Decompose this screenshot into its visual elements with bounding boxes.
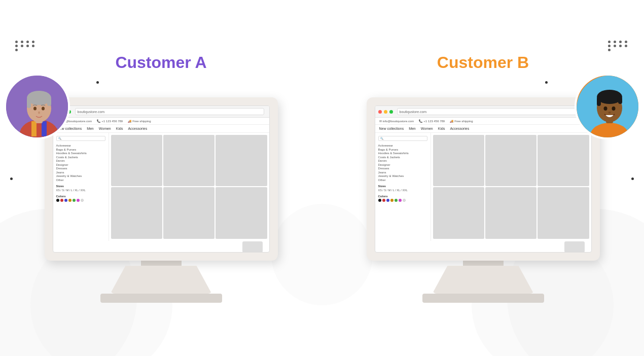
dot-scatter-3 [10, 177, 13, 180]
cat-activewear-a[interactable]: Activewear [56, 144, 105, 147]
monitor-a: boutiqustore.com ✉ info@boutiqustore.com… [45, 97, 278, 261]
svg-point-9 [33, 107, 37, 111]
svg-rect-17 [597, 97, 601, 106]
phone-icon-a: 📞 [97, 119, 100, 123]
customer-a-section: Customer A boutiqustore.com [14, 53, 308, 303]
cat-jeans-a[interactable]: Jeans [56, 171, 105, 174]
cat-designer-b[interactable]: Designer [378, 163, 427, 166]
nav-accessories-a[interactable]: Accessories [128, 127, 147, 130]
customer-b-section: Customer B boutiqustore.com [336, 53, 630, 303]
nav-men-b[interactable]: Men [409, 127, 416, 130]
product-3-a[interactable] [216, 135, 267, 186]
nav-accessories-b[interactable]: Accessories [450, 127, 469, 130]
topbar-shipping-text-b: Free shipping [454, 120, 473, 123]
nav-new-b[interactable]: New collections [379, 127, 404, 130]
color-green-b[interactable] [395, 199, 398, 202]
color-purple-a[interactable] [77, 199, 80, 202]
browser-dot-green-b [389, 110, 393, 114]
color-orange-b[interactable] [390, 199, 393, 202]
svg-point-11 [38, 112, 40, 114]
shipping-icon-a: 🚚 [128, 119, 131, 123]
cat-dresses-a[interactable]: Dresses [56, 167, 105, 170]
avatar-b [575, 74, 640, 139]
cat-denim-b[interactable]: Denim [378, 159, 427, 162]
cat-other-a[interactable]: Other [56, 179, 105, 182]
nav-men-a[interactable]: Men [87, 127, 94, 130]
svg-rect-3 [42, 121, 47, 136]
topbar-phone-b: 📞 +1 123 456 789 [419, 119, 445, 123]
main-scene: Customer A boutiqustore.com [0, 0, 644, 356]
svg-rect-8 [47, 98, 51, 106]
url-text-a: boutiqustore.com [78, 110, 105, 114]
store-body-b: 🔍 Activewear Bags & Purses Hoodies & Swe… [375, 133, 591, 241]
phone-icon-b: 📞 [419, 119, 422, 123]
cat-dresses-b[interactable]: Dresses [378, 167, 427, 170]
nav-kids-a[interactable]: Kids [116, 127, 123, 130]
product-1-a[interactable] [111, 135, 162, 186]
product-3-b[interactable] [538, 135, 589, 186]
store-nav-b: New collections Men Women Kids Accessori… [375, 125, 591, 133]
product-2-a[interactable] [163, 135, 214, 186]
nav-women-a[interactable]: Women [99, 127, 111, 130]
cat-jewelry-a[interactable]: Jewelry & Watches [56, 174, 105, 177]
cat-bags-a[interactable]: Bags & Purses [56, 148, 105, 151]
color-purple-b[interactable] [399, 199, 402, 202]
sidebar-search-b[interactable]: 🔍 [378, 136, 427, 141]
color-red-a[interactable] [60, 199, 63, 202]
topbar-shipping-a: 🚚 Free shipping [128, 119, 151, 123]
cat-jeans-b[interactable]: Jeans [378, 171, 427, 174]
cat-denim-a[interactable]: Denim [56, 159, 105, 162]
cat-bags-b[interactable]: Bags & Purses [378, 148, 427, 151]
monitor-b-wrapper: boutiqustore.com ✉ info@boutiqustore.com… [367, 97, 600, 303]
dot-scatter-6 [631, 177, 634, 180]
product-4-a[interactable] [111, 187, 162, 238]
cat-other-b[interactable]: Other [378, 179, 427, 182]
nav-kids-b[interactable]: Kids [438, 127, 445, 130]
product-4-b[interactable] [433, 187, 484, 238]
product-1-b[interactable] [433, 135, 484, 186]
monitor-base-a [141, 261, 182, 266]
svg-point-10 [42, 107, 45, 111]
dots-top-right [608, 41, 629, 51]
url-text-b: boutiqustore.com [400, 110, 427, 114]
cat-coats-b[interactable]: Coats & Jackets [378, 156, 427, 159]
sizes-value-a: XS / S / M / L / XL / XXL [56, 189, 105, 192]
color-blue-a[interactable] [64, 199, 67, 202]
sidebar-search-a[interactable]: 🔍 [56, 136, 105, 141]
topbar-phone-text-a: +1 123 456 789 [101, 120, 123, 123]
customer-b-title: Customer B [437, 53, 529, 72]
product-5-b[interactable] [485, 187, 536, 238]
product-5-a[interactable] [163, 187, 214, 238]
product-2-b[interactable] [485, 135, 536, 186]
browser-chrome-b: boutiqustore.com [375, 106, 591, 118]
color-white-a[interactable] [81, 199, 84, 202]
cat-hoodies-a[interactable]: Hoodies & Sweatshirts [56, 152, 105, 155]
monitor-btn-a [242, 241, 263, 253]
color-orange-a[interactable] [68, 199, 71, 202]
product-6-a[interactable] [216, 187, 267, 238]
svg-rect-18 [618, 97, 622, 104]
svg-rect-7 [27, 98, 31, 108]
cat-jewelry-b[interactable]: Jewelry & Watches [378, 174, 427, 177]
cat-hoodies-b[interactable]: Hoodies & Sweatshirts [378, 152, 427, 155]
sizes-label-a: Sizes [56, 185, 105, 188]
cat-designer-a[interactable]: Designer [56, 163, 105, 166]
topbar-email-b: ✉ info@boutiqustore.com [379, 119, 414, 123]
product-6-b[interactable] [538, 187, 589, 238]
nav-women-b[interactable]: Women [421, 127, 433, 130]
cat-activewear-b[interactable]: Activewear [378, 144, 427, 147]
store-topbar-b: ✉ info@boutiqustore.com 📞 +1 123 456 789… [375, 118, 591, 125]
color-green-a[interactable] [73, 199, 76, 202]
color-red-b[interactable] [382, 199, 385, 202]
color-blue-b[interactable] [386, 199, 389, 202]
cat-coats-a[interactable]: Coats & Jackets [56, 156, 105, 159]
color-black-b[interactable] [378, 199, 381, 202]
store-nav-a: New collections Men Women Kids Accessori… [53, 125, 269, 133]
monitor-foot-b [422, 294, 544, 303]
color-white-b[interactable] [403, 199, 406, 202]
monitor-stand-a [111, 266, 212, 294]
categories-a: Activewear Bags & Purses Hoodies & Sweat… [56, 144, 105, 182]
topbar-shipping-b: 🚚 Free shipping [450, 119, 473, 123]
color-black-a[interactable] [56, 199, 59, 202]
svg-point-21 [608, 112, 611, 114]
